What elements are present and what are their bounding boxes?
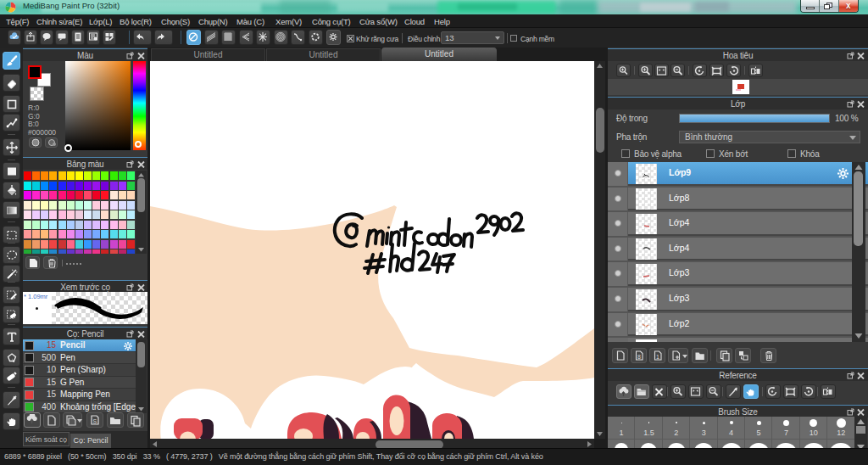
svg-text:8: 8 (637, 354, 641, 360)
svg-text:S: S (93, 418, 97, 424)
svg-text:1: 1 (656, 354, 659, 360)
